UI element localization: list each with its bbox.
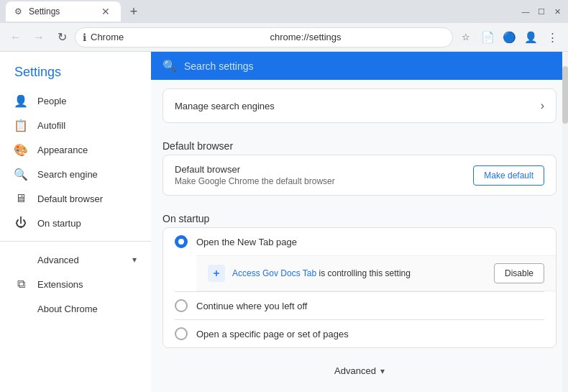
sidebar-item-on-startup[interactable]: ⏻ On startup — [0, 211, 145, 235]
radio-new-tab — [175, 235, 188, 248]
chrome-label: Chrome — [91, 32, 266, 42]
radio-dot — [178, 239, 184, 245]
sidebar-advanced[interactable]: Advanced ▾ — [0, 247, 151, 272]
on-startup-card: Open the New Tab page Access Gov Docs Ta… — [162, 227, 556, 348]
maximize-button[interactable]: ☐ — [536, 6, 546, 17]
sidebar-label-autofill: Autofill — [37, 120, 65, 131]
startup-option-specific[interactable]: Open a specific page or set of pages — [163, 320, 556, 347]
title-bar: ⚙ Settings ✕ + — ☐ ✕ — [0, 0, 568, 23]
sidebar-label-people: People — [37, 96, 66, 106]
nav-bar: ← → ↻ ℹ Chrome chrome://settings ☆ 📄 🔵 👤… — [0, 23, 568, 52]
default-browser-section: Default browser Default browser Make Goo… — [151, 132, 568, 196]
sidebar-item-default-browser[interactable]: 🖥 Default browser — [0, 186, 145, 211]
search-input[interactable] — [184, 60, 556, 72]
sidebar-item-about[interactable]: About Chrome — [0, 296, 151, 321]
default-browser-icon: 🖥 — [14, 192, 27, 205]
nav-right-icons: ☆ 📄 🔵 👤 ⋮ — [456, 27, 562, 47]
site-info-icon: ℹ — [83, 32, 86, 43]
startup-label-continue: Continue where you left off — [196, 301, 307, 311]
startup-option-new-tab[interactable]: Open the New Tab page — [163, 228, 556, 255]
sidebar-item-search-engine[interactable]: 🔍 Search engine — [0, 162, 145, 186]
forward-button[interactable]: → — [29, 27, 49, 47]
about-icon — [14, 302, 27, 315]
startup-label-specific: Open a specific page or set of pages — [196, 329, 349, 339]
sidebar-label-extensions: Extensions — [37, 279, 83, 290]
extension-warning-row: Access Gov Docs Tab is controlling this … — [196, 255, 556, 291]
address-bar[interactable]: ℹ Chrome chrome://settings — [75, 27, 453, 47]
tab-bar: ⚙ Settings ✕ + — [6, 1, 521, 22]
tab-title: Settings — [29, 6, 95, 17]
appearance-icon: 🎨 — [14, 143, 27, 156]
manage-search-engines-arrow-icon: › — [541, 99, 544, 112]
profile-button[interactable]: 👤 — [521, 27, 541, 47]
extension-icon — [208, 265, 225, 282]
extension-control-text: is controlling this setting — [316, 268, 411, 278]
more-menu-button[interactable]: ⋮ — [542, 27, 562, 47]
sidebar-item-extensions[interactable]: ⧉ Extensions — [0, 272, 151, 296]
startup-option-continue[interactable]: Continue where you left off — [163, 292, 556, 319]
sidebar-title: Settings — [0, 59, 151, 88]
default-browser-heading: Default browser — [162, 135, 556, 155]
sidebar-label-default-browser: Default browser — [37, 193, 103, 204]
window-controls: — ☐ ✕ — [521, 6, 562, 17]
on-startup-section: On startup Open the New Tab page — [151, 204, 568, 348]
browser-action-icon[interactable]: 📄 — [477, 27, 498, 47]
new-tab-button[interactable]: + — [124, 1, 144, 22]
scrollbar-track — [562, 52, 568, 392]
chrome-menu-icon[interactable]: 🔵 — [499, 27, 519, 47]
sidebar-label-about: About Chrome — [37, 304, 98, 314]
bookmark-star-button[interactable]: ☆ — [456, 27, 476, 47]
sidebar-divider — [0, 241, 151, 242]
manage-search-engines-section: Manage search engines › — [151, 80, 568, 123]
extension-text: Access Gov Docs Tab is controlling this … — [232, 268, 487, 278]
advanced-icon — [14, 253, 27, 266]
extensions-icon: ⧉ — [14, 278, 27, 291]
reload-button[interactable]: ↻ — [52, 27, 72, 47]
bottom-advanced-label: Advanced — [334, 365, 376, 376]
sidebar-label-search-engine: Search engine — [37, 169, 98, 180]
back-button[interactable]: ← — [6, 27, 26, 47]
scrollbar-thumb[interactable] — [562, 66, 568, 124]
search-bar: 🔍 — [151, 52, 568, 80]
tab-favicon: ⚙ — [14, 6, 24, 17]
close-button[interactable]: ✕ — [552, 6, 562, 17]
sidebar: Settings 👤 People 📋 Autofill 🎨 Appearanc… — [0, 52, 151, 392]
search-icon: 🔍 — [162, 59, 177, 73]
make-default-button[interactable]: Make default — [473, 165, 544, 186]
address-text: chrome://settings — [270, 32, 446, 42]
manage-search-engines-row[interactable]: Manage search engines › — [162, 88, 556, 123]
tab-close-button[interactable]: ✕ — [99, 5, 112, 18]
default-browser-card-row: Default browser Make Google Chrome the d… — [163, 155, 556, 195]
disable-extension-button[interactable]: Disable — [494, 263, 544, 283]
sidebar-item-people[interactable]: 👤 People — [0, 88, 145, 113]
sidebar-item-autofill[interactable]: 📋 Autofill — [0, 113, 145, 137]
radio-continue — [175, 299, 188, 312]
browser-frame: ⚙ Settings ✕ + — ☐ ✕ ← → ↻ ℹ Chrome chro… — [0, 0, 568, 392]
bottom-advanced[interactable]: Advanced ▾ — [151, 357, 568, 385]
advanced-chevron-icon: ▾ — [132, 255, 137, 265]
main-area: Settings 👤 People 📋 Autofill 🎨 Appearanc… — [0, 52, 568, 392]
sidebar-label-on-startup: On startup — [37, 218, 81, 229]
on-startup-heading: On startup — [162, 207, 556, 227]
startup-label-new-tab: Open the New Tab page — [196, 237, 297, 247]
on-startup-icon: ⏻ — [14, 216, 27, 229]
extension-link[interactable]: Access Gov Docs Tab — [232, 268, 316, 278]
search-engine-icon: 🔍 — [14, 168, 27, 181]
content-area: 🔍 Manage search engines › Default browse… — [151, 52, 568, 392]
sidebar-label-appearance: Appearance — [37, 145, 88, 155]
settings-tab[interactable]: ⚙ Settings ✕ — [6, 1, 121, 22]
sidebar-advanced-label: Advanced — [37, 255, 122, 265]
autofill-icon: 📋 — [14, 119, 27, 132]
people-icon: 👤 — [14, 94, 27, 107]
radio-specific — [175, 327, 188, 340]
bottom-advanced-chevron-icon: ▾ — [380, 366, 385, 376]
default-browser-info: Default browser Make Google Chrome the d… — [175, 164, 473, 186]
default-browser-desc: Make Google Chrome the default browser — [175, 176, 473, 186]
sidebar-item-appearance[interactable]: 🎨 Appearance — [0, 137, 145, 162]
manage-search-engines-label: Manage search engines — [175, 101, 541, 111]
default-browser-card: Default browser Make Google Chrome the d… — [162, 155, 556, 196]
minimize-button[interactable]: — — [521, 6, 531, 17]
default-browser-title: Default browser — [175, 164, 473, 175]
